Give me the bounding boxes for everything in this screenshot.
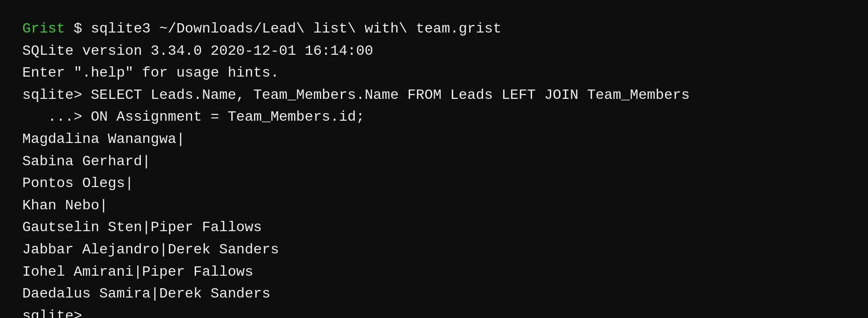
terminal-line: Sabina Gerhard|: [22, 151, 846, 173]
terminal-text: Grist: [22, 20, 65, 37]
terminal-line: Pontos Olegs|: [22, 172, 846, 195]
terminal-window[interactable]: Grist $ sqlite3 ~/Downloads/Lead\ list\ …: [0, 0, 868, 318]
terminal-text: Daedalus Samira|Derek Sanders: [22, 285, 270, 302]
terminal-line: Enter ".help" for usage hints.: [22, 62, 846, 84]
terminal-line: Daedalus Samira|Derek Sanders: [22, 283, 846, 305]
terminal-text: Magdalina Wanangwa|: [22, 131, 185, 147]
terminal-text: $ sqlite3 ~/Downloads/Lead\ list\ with\ …: [65, 20, 501, 37]
terminal-text: Enter ".help" for usage hints.: [22, 65, 279, 81]
terminal-line: SQLite version 3.34.0 2020-12-01 16:14:0…: [22, 40, 846, 62]
terminal-line: Magdalina Wanangwa|: [22, 128, 846, 151]
terminal-text: Khan Nebo|: [22, 197, 108, 214]
terminal-text: Pontos Olegs|: [22, 175, 134, 192]
terminal-text: Iohel Amirani|Piper Fallows: [22, 264, 253, 280]
terminal-text: Sabina Gerhard|: [22, 153, 151, 170]
terminal-text: Gautselin Sten|Piper Fallows: [22, 219, 262, 236]
terminal-line: sqlite> SELECT Leads.Name, Team_Members.…: [22, 84, 846, 106]
terminal-line: Gautselin Sten|Piper Fallows: [22, 216, 846, 239]
terminal-line: Iohel Amirani|Piper Fallows: [22, 261, 846, 283]
terminal-text: Jabbar Alejandro|Derek Sanders: [22, 241, 279, 258]
terminal-line: Jabbar Alejandro|Derek Sanders: [22, 239, 846, 261]
terminal-line: Khan Nebo|: [22, 195, 846, 217]
terminal-text: SQLite version 3.34.0 2020-12-01 16:14:0…: [22, 43, 373, 59]
terminal-text: ...> ON Assignment = Team_Members.id;: [22, 109, 364, 125]
terminal-text: sqlite> SELECT Leads.Name, Team_Members.…: [22, 87, 690, 103]
terminal-text: sqlite>: [22, 308, 82, 318]
terminal-line: sqlite>: [22, 305, 846, 318]
terminal-line: Grist $ sqlite3 ~/Downloads/Lead\ list\ …: [22, 18, 846, 40]
terminal-line: ...> ON Assignment = Team_Members.id;: [22, 106, 846, 128]
